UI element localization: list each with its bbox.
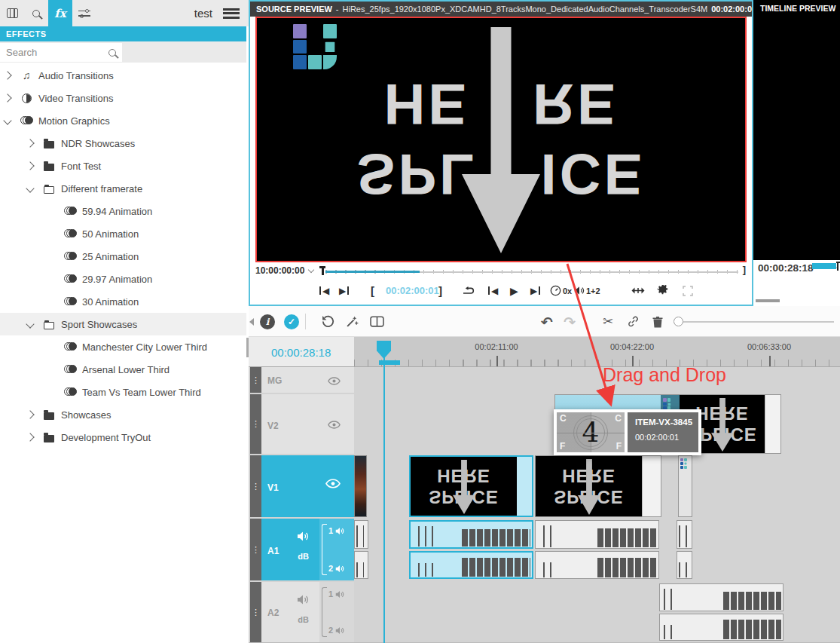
delete-button[interactable] — [647, 306, 668, 337]
timeline-preview-viewport[interactable] — [753, 17, 840, 260]
timeline-zoom-slider[interactable] — [674, 321, 834, 323]
tree-item-2997-animation[interactable]: 29.97 Animation — [0, 268, 246, 290]
cut-button[interactable]: ✂ — [597, 306, 619, 337]
next-frame-button[interactable]: ▶ — [530, 278, 540, 303]
track-a2-content[interactable] — [354, 582, 840, 642]
chevron-right-icon[interactable] — [3, 93, 11, 102]
chevron-right-icon[interactable] — [3, 71, 11, 79]
goto-out-button[interactable]: ▶ — [339, 278, 349, 303]
effects-search-input[interactable]: Search — [0, 43, 122, 62]
a1-clip-1[interactable] — [409, 520, 533, 579]
timeline-playhead-line[interactable] — [383, 354, 385, 643]
tree-item-sport-showcases[interactable]: Sport Showcases — [0, 313, 246, 335]
track-drag-handle[interactable]: ⋮ — [250, 367, 261, 393]
tree-item-5994-animation[interactable]: 59.94 Animation — [0, 200, 246, 222]
set-out-button[interactable]: ] — [438, 278, 442, 303]
settings-button[interactable] — [657, 278, 668, 303]
info-button[interactable]: i — [256, 306, 279, 337]
goto-in-button[interactable]: ◀ — [319, 278, 329, 303]
channel-2[interactable]: 2 — [328, 564, 344, 573]
drag-ghost[interactable]: 4 C C F F ITEM-VX-3845 00:02:00:01 — [554, 409, 701, 455]
trim-mode-button[interactable] — [631, 278, 645, 303]
play-button[interactable]: ▶ — [510, 278, 518, 303]
approve-button[interactable]: ✓ — [280, 306, 303, 337]
chevron-right-icon[interactable] — [26, 433, 34, 441]
menu-icon[interactable] — [223, 8, 240, 19]
a1-clip-small[interactable] — [354, 520, 368, 579]
reset-button[interactable] — [316, 306, 339, 337]
link-button[interactable] — [622, 306, 643, 337]
source-video-viewport[interactable]: SPLICE HERE — [255, 17, 747, 262]
effects-wand-button[interactable] — [341, 306, 363, 337]
track-a2-header[interactable]: A2 dB — [261, 582, 319, 642]
tree-item-50-animation[interactable]: 50 Animation — [0, 222, 246, 245]
track-drag-handle[interactable]: ⋮ — [250, 519, 261, 580]
tree-item-video-transitions[interactable]: Video Transitions — [0, 87, 246, 109]
track-drag-handle[interactable]: ⋮ — [250, 394, 261, 454]
chevron-down-icon[interactable] — [26, 184, 34, 192]
tree-item-manchester-city-lower-third[interactable]: Manchester City Lower Third — [0, 335, 246, 358]
v1-clip-2[interactable]: SPLICEHERE — [535, 455, 661, 517]
channel-1[interactable]: 1 — [328, 526, 344, 535]
v1-clip-3[interactable] — [678, 455, 692, 517]
audio-channels-button[interactable]: 1+2 — [574, 278, 600, 303]
fullscreen-button[interactable] — [683, 278, 693, 303]
eye-icon[interactable] — [328, 418, 341, 432]
horizontal-scrollbar[interactable] — [756, 299, 780, 302]
preview-playhead[interactable] — [836, 262, 840, 271]
search-tab-button[interactable] — [24, 0, 48, 26]
chevron-down-icon[interactable] — [26, 320, 34, 328]
track-drag-handle[interactable]: ⋮ — [250, 455, 261, 517]
tree-item-development-tryout[interactable]: Development TryOut — [0, 426, 246, 449]
scrubber-playhead[interactable] — [319, 266, 325, 275]
chevron-right-icon[interactable] — [26, 410, 34, 418]
gain-label[interactable]: dB — [298, 552, 309, 561]
chevron-down-icon[interactable] — [3, 116, 11, 124]
settings-tab-button[interactable] — [72, 0, 96, 26]
tree-item-motion-graphics[interactable]: Motion Graphics — [0, 109, 246, 132]
channel-2[interactable]: 2 — [328, 626, 344, 635]
tree-item-audio-transitions[interactable]: ♫ Audio Transitions — [0, 64, 246, 87]
source-scrubber[interactable]: ] — [319, 265, 746, 277]
timeline-ruler[interactable]: 00:00:28:18 00:02:11:00 00:04:22:00 00:0… — [249, 337, 840, 367]
tree-item-arsenal-lower-third[interactable]: Arsenal Lower Third — [0, 358, 246, 381]
panels-button[interactable] — [0, 0, 24, 26]
collapse-panel-icon[interactable] — [249, 318, 254, 326]
gain-label[interactable]: dB — [298, 615, 309, 624]
chevron-right-icon[interactable] — [26, 161, 34, 170]
track-drag-handle[interactable]: ⋮ — [250, 582, 261, 642]
tree-item-ndr-showcases[interactable]: NDR Showcases — [0, 132, 246, 155]
chevron-right-icon[interactable] — [26, 139, 34, 147]
track-v2-header[interactable]: V2 — [261, 394, 354, 454]
v1-clip-1[interactable]: SPLICEHERE — [409, 455, 533, 517]
track-a1-header[interactable]: A1 dB — [261, 519, 319, 580]
loop-button[interactable] — [463, 278, 475, 303]
prev-frame-button[interactable]: ◀ — [488, 278, 498, 303]
effects-tab-button[interactable]: fx — [48, 0, 72, 26]
track-a1-content[interactable] — [354, 519, 840, 580]
split-view-button[interactable] — [365, 306, 388, 337]
undo-button[interactable]: ↶ — [536, 306, 557, 337]
a1-clip-3[interactable] — [677, 520, 692, 579]
v1-clip-small[interactable] — [354, 455, 367, 517]
zoom-slider-handle[interactable] — [674, 317, 683, 326]
track-v1-content[interactable]: SPLICEHERE SPLICEHERE — [354, 455, 840, 517]
tree-item-team-vs-team-lower-third[interactable]: Team Vs Team Lower Third — [0, 381, 246, 403]
eye-icon[interactable] — [328, 375, 341, 388]
redo-button[interactable]: ↷ — [559, 306, 580, 337]
set-in-button[interactable]: [ — [371, 278, 374, 303]
track-mg-header[interactable]: MG — [261, 367, 354, 393]
chevron-down-icon[interactable] — [308, 267, 314, 273]
tree-item-30-animation[interactable]: 30 Animation — [0, 290, 246, 313]
tree-item-font-test[interactable]: Font Test — [0, 155, 246, 177]
speaker-icon[interactable] — [297, 594, 309, 608]
track-mg-content[interactable] — [354, 367, 840, 393]
a2-clip[interactable] — [659, 583, 783, 641]
tree-item-25-animation[interactable]: 25 Animation — [0, 245, 246, 268]
track-v1-header[interactable]: V1 — [261, 455, 354, 517]
tree-item-different-framerate[interactable]: Different framerate — [0, 177, 246, 200]
channel-1[interactable]: 1 — [328, 589, 344, 599]
speaker-icon[interactable] — [297, 531, 309, 545]
a1-clip-2[interactable] — [535, 520, 659, 579]
tree-item-showcases[interactable]: Showcases — [0, 403, 246, 426]
